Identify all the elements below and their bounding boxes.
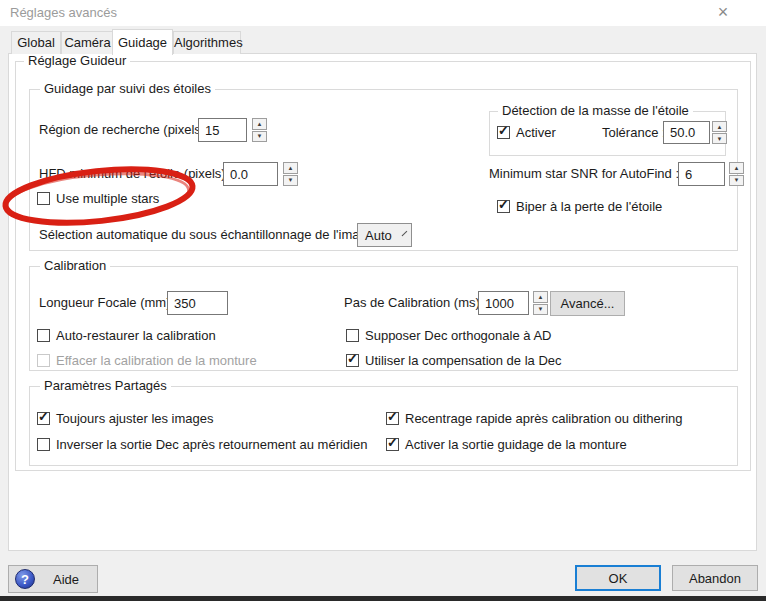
calibration-step-input[interactable]: 1000	[478, 291, 529, 315]
checkbox-label: Activer	[516, 125, 556, 140]
spinner-down-icon[interactable]: ▼	[533, 304, 548, 316]
check-icon: ✓	[498, 123, 509, 138]
tolerance-input[interactable]: 50.0	[663, 121, 710, 144]
tab-camera[interactable]: Caméra	[61, 31, 114, 54]
check-icon: ✓	[498, 197, 509, 212]
enable-mount-guide-output-checkbox[interactable]: ✓ Activer la sortie guidage de la montur…	[386, 436, 627, 452]
checkbox-label: Toujours ajuster les images	[56, 411, 214, 426]
checkbox-label: Utiliser la compensation de la Dec	[365, 353, 562, 368]
spinner-up-icon[interactable]: ▲	[712, 121, 727, 132]
min-snr-spinner: ▲ ▼	[729, 162, 744, 186]
checkbox-box: ✓	[37, 412, 50, 425]
spinner-down-icon[interactable]: ▼	[252, 131, 267, 143]
groupbox-title: Détection de la masse de l'étoile	[498, 103, 693, 118]
window-title: Réglages avancés	[10, 5, 117, 20]
checkbox-label: Auto-restaurer la calibration	[56, 328, 216, 343]
groupbox-title: Réglage Guideur	[24, 53, 130, 68]
downsample-label: Sélection automatique du sous échantillo…	[39, 223, 381, 247]
search-region-input[interactable]: 15	[198, 118, 247, 142]
checkbox-box	[37, 354, 50, 367]
downsample-select[interactable]: Auto	[357, 223, 412, 247]
checkbox-box: ✓	[386, 412, 399, 425]
tolerance-label: Tolérance :	[602, 121, 666, 145]
check-icon: ✓	[347, 351, 358, 366]
groupbox-title: Calibration	[40, 258, 110, 273]
tab-global[interactable]: Global	[11, 31, 61, 54]
cancel-button[interactable]: Abandon	[672, 565, 758, 591]
spinner-up-icon[interactable]: ▲	[729, 162, 744, 174]
spinner-down-icon[interactable]: ▼	[283, 175, 298, 187]
beep-on-star-lost-checkbox[interactable]: ✓ Biper à la perte de l'étoile	[497, 198, 662, 214]
search-region-label: Région de recherche (pixels) :	[39, 118, 212, 142]
checkbox-box	[37, 192, 50, 205]
groupbox-title: Guidage par suivi des étoiles	[40, 81, 215, 96]
checkbox-box: ✓	[346, 354, 359, 367]
titlebar: Réglages avancés ×	[0, 0, 766, 26]
ok-button[interactable]: OK	[575, 565, 661, 591]
checkbox-label: Recentrage rapide après calibration ou d…	[405, 411, 683, 426]
chevron-down-icon	[401, 230, 407, 236]
advanced-button[interactable]: Avancé...	[550, 291, 625, 316]
reverse-dec-after-flip-checkbox[interactable]: Inverser la sortie Dec après retournemen…	[37, 436, 367, 452]
always-scale-images-checkbox[interactable]: ✓ Toujours ajuster les images	[37, 410, 214, 426]
spinner-up-icon[interactable]: ▲	[533, 291, 548, 303]
min-snr-input[interactable]: 6	[678, 162, 725, 186]
groupbox-shared-params: Paramètres Partagés	[29, 386, 738, 466]
min-hfd-spinner: ▲ ▼	[283, 162, 298, 186]
calibration-step-spinner: ▲ ▼	[533, 291, 548, 315]
use-dec-compensation-checkbox[interactable]: ✓ Utiliser la compensation de la Dec	[346, 352, 562, 368]
checkbox-box: ✓	[386, 438, 399, 451]
assume-dec-orthogonal-checkbox[interactable]: Supposer Dec orthogonale à AD	[346, 327, 551, 343]
min-hfd-label: HFD minimum de l'étoile (pixels) :	[39, 162, 233, 186]
help-icon: ?	[15, 569, 35, 589]
fast-recenter-checkbox[interactable]: ✓ Recentrage rapide après calibration ou…	[386, 410, 683, 426]
focal-length-input[interactable]: 350	[167, 291, 228, 315]
checkbox-box	[346, 329, 359, 342]
clear-mount-calibration-checkbox: Effacer la calibration de la monture	[37, 352, 257, 368]
tab-algorithmes[interactable]: Algorithmes	[173, 31, 241, 54]
checkbox-label: Effacer la calibration de la monture	[56, 353, 257, 368]
check-icon: ✓	[387, 435, 398, 450]
focal-length-label: Longueur Focale (mm) :	[39, 291, 178, 315]
window-bottom-edge	[0, 596, 766, 601]
spinner-down-icon[interactable]: ▼	[729, 175, 744, 187]
advanced-settings-dialog: Réglages avancés × Global Caméra Guidage…	[0, 0, 766, 601]
spinner-up-icon[interactable]: ▲	[252, 118, 267, 130]
checkbox-label: Use multiple stars	[56, 191, 159, 206]
downsample-selected-value: Auto	[365, 228, 392, 243]
guidage-tab-panel: Réglage Guideur Guidage par suivi des ét…	[8, 53, 757, 551]
min-snr-label: Minimum star SNR for AutoFind :	[489, 162, 679, 186]
help-button-label: Aide	[35, 572, 97, 587]
checkbox-box	[37, 438, 50, 451]
checkbox-box: ✓	[497, 126, 510, 139]
star-mass-enable-checkbox[interactable]: ✓ Activer	[497, 124, 556, 140]
checkbox-label: Biper à la perte de l'étoile	[516, 199, 662, 214]
checkbox-box	[37, 329, 50, 342]
tab-guidage[interactable]: Guidage	[112, 29, 173, 55]
tolerance-spinner: ▲ ▼	[712, 121, 727, 144]
help-button[interactable]: ? Aide	[8, 565, 98, 593]
check-icon: ✓	[38, 409, 49, 424]
check-icon: ✓	[387, 409, 398, 424]
checkbox-label: Supposer Dec orthogonale à AD	[365, 328, 551, 343]
spinner-up-icon[interactable]: ▲	[283, 162, 298, 174]
auto-restore-calibration-checkbox[interactable]: Auto-restaurer la calibration	[37, 327, 216, 343]
calibration-step-label: Pas de Calibration (ms) :	[344, 291, 487, 315]
groupbox-title: Paramètres Partagés	[40, 378, 171, 393]
search-region-spinner: ▲ ▼	[252, 118, 267, 142]
spinner-down-icon[interactable]: ▼	[712, 133, 727, 144]
use-multiple-stars-checkbox[interactable]: Use multiple stars	[37, 190, 159, 206]
checkbox-label: Inverser la sortie Dec après retournemen…	[56, 437, 367, 452]
checkbox-box: ✓	[497, 200, 510, 213]
min-hfd-input[interactable]: 0.0	[223, 162, 278, 186]
checkbox-label: Activer la sortie guidage de la monture	[405, 437, 627, 452]
close-icon[interactable]: ×	[708, 0, 738, 24]
